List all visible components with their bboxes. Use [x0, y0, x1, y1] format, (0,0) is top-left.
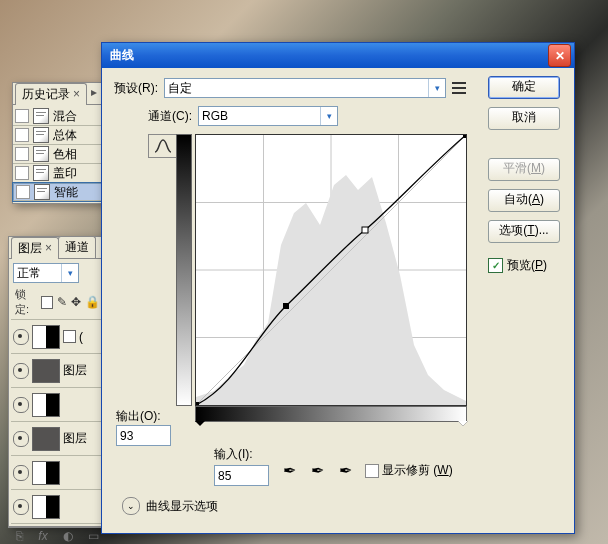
tab-channels-label: 通道	[65, 240, 89, 254]
white-point-slider[interactable]	[458, 421, 468, 431]
history-row-label: 色相	[53, 146, 77, 163]
document-icon	[33, 146, 49, 162]
curve-point[interactable]	[463, 135, 466, 138]
check-icon	[15, 128, 29, 142]
eye-icon[interactable]	[13, 397, 29, 413]
channel-select[interactable]: RGB▾	[198, 106, 338, 126]
chevron-icon: ⌄	[122, 497, 140, 515]
history-row[interactable]: 智能	[13, 183, 103, 201]
layer-row[interactable]	[11, 456, 104, 490]
check-icon	[15, 147, 29, 161]
history-row[interactable]: 色相	[13, 145, 103, 164]
channel-label: 通道(C):	[148, 108, 192, 125]
blend-mode-value: 正常	[17, 265, 41, 282]
layer-row[interactable]: 图层	[11, 422, 104, 456]
input-field[interactable]	[214, 465, 269, 486]
close-icon: ✕	[555, 49, 565, 63]
history-row[interactable]: 混合	[13, 107, 103, 126]
tab-layers-label: 图层	[18, 241, 42, 255]
spline-tool-button[interactable]	[148, 134, 178, 158]
layer-row[interactable]	[11, 388, 104, 422]
adjust-icon[interactable]: ◐	[63, 529, 73, 543]
lock-transparent-icon[interactable]	[41, 296, 53, 309]
lock-all-icon[interactable]: 🔒	[85, 295, 100, 309]
layer-thumb	[32, 427, 60, 451]
tab-history[interactable]: 历史记录×	[15, 83, 87, 105]
layer-row[interactable]: 图层	[11, 354, 104, 388]
show-clipping-checkbox[interactable]: 显示修剪 (W)	[365, 462, 453, 479]
layer-row[interactable]	[11, 490, 104, 524]
check-icon	[16, 185, 30, 199]
curve-point[interactable]	[283, 303, 289, 309]
document-icon	[34, 184, 50, 200]
layers-tabstrip: 图层× 通道	[9, 237, 106, 259]
tab-close-icon[interactable]: ×	[73, 87, 80, 101]
layer-name: 图层	[63, 430, 87, 447]
curve-point[interactable]	[196, 402, 199, 405]
curve-point[interactable]	[362, 227, 368, 233]
preview-checkbox[interactable]: ✓ 预览(P)	[488, 257, 560, 274]
curve-graph[interactable]	[195, 134, 467, 406]
blend-mode-select[interactable]: 正常▾	[13, 263, 79, 283]
history-panel-menu-icon[interactable]: ▸	[87, 86, 100, 99]
smooth-button: 平滑(M)	[488, 158, 560, 181]
lock-row: 锁定: ✎ ✥ 🔒	[11, 287, 104, 320]
eye-icon[interactable]	[13, 465, 29, 481]
document-icon	[33, 127, 49, 143]
eyedropper-gray-icon[interactable]: ✒	[307, 460, 327, 480]
input-gradient	[195, 406, 467, 422]
cancel-button[interactable]: 取消	[488, 107, 560, 130]
document-icon	[33, 108, 49, 124]
check-icon	[15, 166, 29, 180]
chevron-down-icon: ▾	[320, 107, 337, 125]
channel-value: RGB	[202, 109, 228, 123]
layers-body: 正常▾ 锁定: ✎ ✥ 🔒 ( 图层 图层	[9, 259, 106, 526]
display-options-toggle[interactable]: ⌄ 曲线显示选项	[122, 497, 218, 515]
lock-brush-icon[interactable]: ✎	[57, 295, 67, 309]
black-point-slider[interactable]	[195, 421, 205, 431]
history-tabstrip: 历史记录× ▸	[13, 83, 103, 105]
tab-close-icon[interactable]: ×	[45, 241, 52, 255]
lock-move-icon[interactable]: ✥	[71, 295, 81, 309]
layer-thumb	[32, 461, 60, 485]
layer-name: (	[79, 330, 83, 344]
history-row-label: 总体	[53, 127, 77, 144]
io-block: 输出(O):	[116, 408, 171, 454]
eye-icon[interactable]	[13, 499, 29, 515]
options-button[interactable]: 选项(T)...	[488, 220, 560, 243]
link-icon[interactable]: ⎘	[16, 529, 23, 543]
chevron-down-icon: ▾	[61, 264, 78, 282]
history-row-label: 盖印	[53, 165, 77, 182]
checkbox-icon	[365, 464, 379, 478]
layer-thumb	[32, 359, 60, 383]
eyedropper-black-icon[interactable]: ✒	[279, 460, 299, 480]
new-layer-icon[interactable]: ▭	[88, 529, 99, 543]
eye-icon[interactable]	[13, 363, 29, 379]
layers-status-bar: ⎘ fx ◐ ▭	[9, 526, 106, 544]
preset-select[interactable]: 自定▾	[164, 78, 446, 98]
tab-layers[interactable]: 图层×	[11, 237, 59, 259]
layer-thumb	[32, 495, 60, 519]
ok-button[interactable]: 确定	[488, 76, 560, 99]
eye-icon[interactable]	[13, 329, 29, 345]
action-column: 确定 取消 平滑(M) 自动(A) 选项(T)... ✓ 预览(P)	[488, 76, 560, 274]
layer-row[interactable]: (	[11, 320, 104, 354]
eyedropper-white-icon[interactable]: ✒	[335, 460, 355, 480]
checkbox-checked-icon: ✓	[488, 258, 503, 273]
eye-icon[interactable]	[13, 431, 29, 447]
close-button[interactable]: ✕	[548, 44, 571, 67]
output-field[interactable]	[116, 425, 171, 446]
tab-channels[interactable]: 通道	[58, 236, 96, 258]
history-row[interactable]: 盖印	[13, 164, 103, 183]
dialog-titlebar[interactable]: 曲线 ✕	[102, 43, 574, 68]
auto-button[interactable]: 自动(A)	[488, 189, 560, 212]
layer-name: 图层	[63, 362, 87, 379]
preset-menu-icon[interactable]	[452, 82, 466, 94]
layers-list: ( 图层 图层	[11, 320, 104, 524]
history-row[interactable]: 总体	[13, 126, 103, 145]
fx-icon[interactable]: fx	[38, 529, 47, 543]
preset-label: 预设(R):	[114, 80, 158, 97]
dialog-content: 预设(R): 自定▾ 通道(C): RGB▾ ✎	[102, 68, 574, 533]
eyedroppers: ✒ ✒ ✒	[279, 460, 355, 480]
tab-history-label: 历史记录	[22, 87, 70, 101]
